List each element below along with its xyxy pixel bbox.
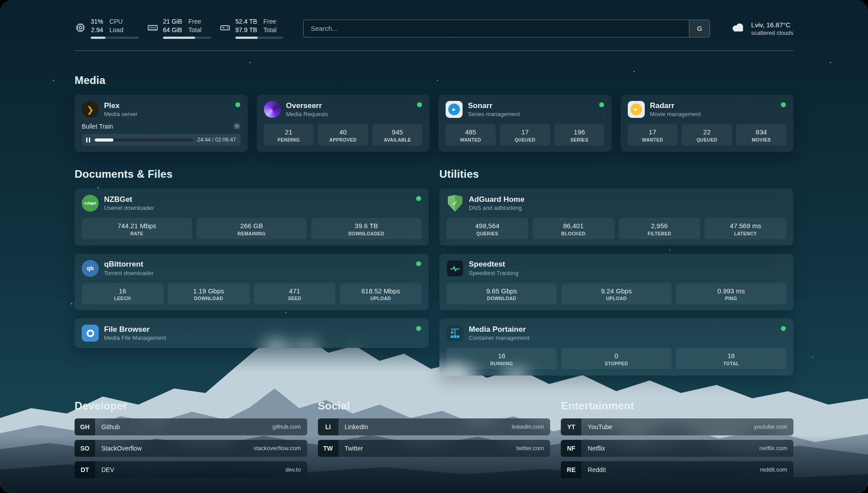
memory-total-label: Total [188,26,202,33]
stat-box: 47.569 ms LATENCY [705,218,786,239]
search-input[interactable] [304,20,689,37]
service-subtitle: DNS and adblocking [469,205,525,211]
bookmark-name: YouTube [581,423,612,430]
stat-value: 485 [447,128,494,137]
stat-box: 834 MOVIES [736,124,786,146]
search-bar[interactable]: G [303,20,710,38]
stat-value: 16 [678,351,785,360]
section-title-media: Media [75,74,793,87]
stat-value: 498,564 [448,221,526,230]
stat-box: 21 PENDING [264,124,314,146]
bookmark-url: twitter.com [516,445,550,451]
bookmark-netflix[interactable]: NF Netflix netflix.com [561,440,793,457]
stat-label: WANTED [630,137,676,142]
service-card-portainer[interactable]: Media Portainer Container management 16 … [439,318,793,376]
portainer-icon [447,325,463,342]
stat-label: PING [678,296,785,301]
service-title: AdGuard Home [469,195,525,204]
stat-value: 618.52 Mbps [342,287,420,296]
stat-value: 0 [563,351,670,360]
bookmark-stackoverflow[interactable]: SO StackOverflow stackoverflow.com [75,440,307,457]
stat-box: 266 GB REMAINING [196,218,307,239]
playback-bar: 24:44 / 02:06:47 [82,134,241,146]
service-subtitle: Usenet downloader [104,205,154,211]
stat-label: WANTED [447,137,494,142]
pause-icon[interactable] [86,138,90,142]
bookmark-name: StackOverflow [95,445,142,452]
bookmark-url: linkedin.com [512,423,550,430]
disk-total-value: 97.9 TB [235,26,257,33]
weather-widget: Lviv, 16.87°C scattered clouds [730,21,793,36]
bookmark-group-social: Social LI LinkedIn linkedin.com TW Twitt… [318,400,551,478]
bookmark-name: Netflix [581,445,605,452]
service-card-speedtest[interactable]: Speedtest Speedtest Tracking 9.65 Gbps D… [439,254,793,311]
bookmark-name: Twitter [338,445,363,452]
disk-icon [219,22,231,35]
cloud-icon [730,21,746,35]
stat-label: MOVIES [738,137,785,142]
service-card-overseerr[interactable]: Overseerr Media Requests 21 PENDING 40 A… [257,95,430,152]
bookmark-url: github.com [272,423,307,430]
service-card-filebrowser[interactable]: File Browser Media File Management [75,318,429,348]
service-card-radarr[interactable]: ▶ Radarr Movie management 17 WANTED 22 Q… [621,95,794,152]
stat-label: DOWNLOAD [170,296,248,301]
radarr-icon: ▶ [628,101,645,118]
stat-label: LEECH [83,296,162,301]
stat-label: STOPPED [563,361,670,366]
service-subtitle: Movie management [650,111,701,117]
stat-label: TOTAL [678,361,785,366]
cpu-percent-value: 31% [91,18,103,25]
memory-free-label: Free [188,18,202,25]
playback-time: 24:44 / 02:06:47 [197,137,236,143]
bookmark-url: netflix.com [760,445,793,451]
bookmark-abbr: RE [561,461,581,478]
stat-label: RATE [83,231,190,236]
bookmark-twitter[interactable]: TW Twitter twitter.com [318,440,551,457]
bookmark-reddit[interactable]: RE Reddit reddit.com [561,461,793,478]
search-provider-button[interactable]: G [689,20,709,37]
stat-value: 1.19 Gbps [170,287,248,296]
service-title: qBittorrent [104,260,154,269]
service-card-sonarr[interactable]: ▶ Sonarr Series management 485 WANTED 17… [438,95,612,152]
bookmark-abbr: SO [75,440,95,457]
stat-box: 9.24 Gbps UPLOAD [561,283,672,305]
service-title: Plex [104,101,138,110]
service-title: Sonarr [468,101,520,110]
dashboard-window: 31% 2.94 CPU Load [0,0,868,493]
service-card-adguard[interactable]: ✓ AdGuard Home DNS and adblocking 498,56… [439,188,793,246]
stat-label: PENDING [266,137,312,142]
bookmark-abbr: GH [75,418,95,435]
service-subtitle: Media Requests [286,111,328,117]
nzbget-icon: nzbget [82,195,99,212]
stat-label: LATENCY [706,231,785,236]
memory-total-value: 64 GiB [163,26,182,33]
gear-icon[interactable] [233,122,241,130]
bookmark-linkedin[interactable]: LI LinkedIn linkedin.com [318,418,551,435]
service-card-nzbget[interactable]: nzbget NZBGet Usenet downloader 744.21 M… [75,188,429,246]
service-card-plex[interactable]: ❯ Plex Media server Bullet Train [75,95,248,152]
bookmark-github[interactable]: GH Github github.com [75,418,307,435]
service-card-qbittorrent[interactable]: qb qBittorrent Torrent downloader 16 LEE… [75,254,429,311]
bookmark-abbr: YT [561,418,581,435]
stat-box: 0.993 ms PING [676,283,786,305]
stat-value: 834 [738,128,785,137]
playback-progress-track[interactable] [95,138,193,142]
cpu-load-value: 2.94 [91,26,103,33]
memory-free-value: 21 GiB [163,18,182,25]
bookmark-group-entertainment: Entertainment YT YouTube youtube.com NF … [561,400,793,478]
stat-box: 945 AVAILABLE [372,124,422,146]
stat-box: 498,564 QUERIES [447,218,528,239]
status-online-dot [235,102,240,107]
service-subtitle: Container management [469,334,530,341]
bookmark-name: LinkedIn [338,423,368,430]
stat-box: 618.52 Mbps UPLOAD [340,283,421,305]
bookmark-dev[interactable]: DT DEV dev.to [75,461,307,478]
bookmark-youtube[interactable]: YT YouTube youtube.com [561,418,793,435]
stat-value: 40 [320,128,366,137]
status-online-dot [416,326,421,331]
status-online-dot [417,102,422,107]
cpu-load-label: Load [109,26,123,33]
service-subtitle: Torrent downloader [104,270,154,276]
memory-progress-bar [163,37,211,39]
stat-value: 744.21 Mbps [83,221,190,230]
